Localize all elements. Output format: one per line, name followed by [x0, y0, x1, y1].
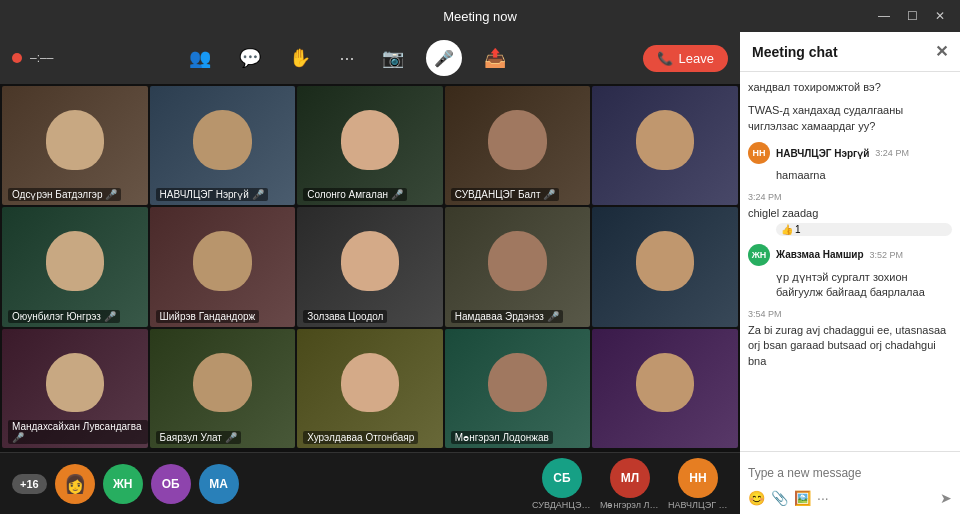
named-avatar[interactable]: СБ	[542, 458, 582, 498]
named-avatar-wrap: СБСУВДАНЦЭГ Балт	[532, 458, 592, 510]
phone-icon: 📞	[657, 51, 673, 66]
recording-indicator	[12, 53, 22, 63]
camera-off-icon[interactable]: 📷	[376, 43, 410, 73]
raise-hand-icon[interactable]: ✋	[283, 43, 317, 73]
named-avatar-wrap: НННАВЧЛЦЭГ Нэргүй	[668, 458, 728, 510]
chat-header: Meeting chat ✕	[740, 32, 960, 72]
participant-name: Оюунбилэг Юнгрэз 🎤	[8, 310, 120, 323]
maximize-button[interactable]: ☐	[904, 9, 920, 23]
participant-name: Намдавaa Эрдэнэз 🎤	[451, 310, 563, 323]
message-text: Za bi zurag avj chadaggui ee, utasnasaa …	[748, 323, 952, 369]
send-button[interactable]: ➤	[940, 490, 952, 506]
video-cell: Хурэлдавaa Отгонбаяр	[297, 329, 443, 448]
participant-name: СУВДАНЦЭГ Балт 🎤	[451, 188, 559, 201]
people-icon[interactable]: 👥	[183, 43, 217, 73]
close-button[interactable]: ✕	[932, 9, 948, 23]
window-controls: — ☐ ✕	[876, 9, 948, 23]
participant-name: Солонго Амгалан 🎤	[303, 188, 407, 201]
meeting-toolbar: –:–– 👥 💬 ✋ ··· 📷 🎤 📤 📞 Leave	[0, 32, 740, 84]
chat-title: Meeting chat	[752, 44, 838, 60]
video-cell: Мөнгэрэл Лодонжав	[445, 329, 591, 448]
chat-input-area: 😊 📎 🖼️ ··· ➤	[740, 451, 960, 514]
avatar-label: Мөнгэрэл Лодонжав	[600, 500, 660, 510]
main-content: –:–– 👥 💬 ✋ ··· 📷 🎤 📤 📞 Leave Одсүрэн Бат…	[0, 32, 960, 514]
chat-icon[interactable]: 💬	[233, 43, 267, 73]
video-cell: Одсүрэн Батдэлгэр 🎤	[2, 86, 148, 205]
chat-input[interactable]	[748, 460, 952, 486]
message-group: 3:54 PM Za bi zurag avj chadaggui ee, ut…	[748, 309, 952, 369]
participant-name: Золзава Цоодол	[303, 310, 387, 323]
message-avatar: НН	[748, 142, 770, 164]
toolbar-right: 📞 Leave	[643, 45, 728, 72]
more-tools-icon[interactable]: ···	[817, 490, 829, 506]
video-cell: Оюунбилэг Юнгрэз 🎤	[2, 207, 148, 326]
participant-name: Хурэлдавaa Отгонбаяр	[303, 431, 418, 444]
participant-name: Шийрэв Гандандорж	[156, 310, 260, 323]
message-text: TWAS-д хандахад судалгааны чиглэлзас хам…	[748, 103, 952, 134]
message-text: hamaarna	[748, 168, 952, 183]
recording-time: –:––	[30, 51, 53, 65]
message-group: TWAS-д хандахад судалгааны чиглэлзас хам…	[748, 103, 952, 134]
window-title: Meeting now	[443, 9, 517, 24]
extra-participants-count[interactable]: +16	[12, 474, 47, 494]
toolbar-left: –:––	[12, 51, 53, 65]
message-meta: 3:24 PM	[748, 192, 952, 202]
avatar[interactable]: 👩	[55, 464, 95, 504]
video-cell: Солонго Амгалан 🎤	[297, 86, 443, 205]
avatar-wrap: 👩	[55, 464, 95, 504]
message-time: 3:54 PM	[748, 309, 782, 319]
avatar[interactable]: ОБ	[151, 464, 191, 504]
video-cell: СУВДАНЦЭГ Балт 🎤	[445, 86, 591, 205]
message-time: 3:24 PM	[748, 192, 782, 202]
title-bar: Meeting now — ☐ ✕	[0, 0, 960, 32]
share-icon[interactable]: 📤	[478, 43, 512, 73]
message-meta: НН НАВЧЛЦЭГ Нэргүй 3:24 PM	[748, 142, 952, 164]
message-reaction: 👍 1	[776, 223, 952, 236]
avatar-wrap: ОБ	[151, 464, 191, 504]
participant-name: Мандахсайхан Лувсандагва 🎤	[8, 420, 148, 444]
avatar[interactable]: МА	[199, 464, 239, 504]
attach-icon[interactable]: 📎	[771, 490, 788, 506]
message-group: НН НАВЧЛЦЭГ Нэргүй 3:24 PM hamaarna	[748, 142, 952, 183]
video-cell: Шийрэв Гандандорж	[150, 207, 296, 326]
video-grid: Одсүрэн Батдэлгэр 🎤НАВЧЛЦЭГ Нэргүй 🎤Соло…	[0, 84, 740, 452]
chat-close-button[interactable]: ✕	[935, 42, 948, 61]
participant-name: Одсүрэн Батдэлгэр 🎤	[8, 188, 121, 201]
named-avatar[interactable]: НН	[678, 458, 718, 498]
avatar[interactable]: ЖН	[103, 464, 143, 504]
participant-name: Баярзул Улат 🎤	[156, 431, 241, 444]
message-time: 3:24 PM	[875, 148, 909, 158]
avatar-label: НАВЧЛЦЭГ Нэргүй	[668, 500, 728, 510]
chat-messages: хандвал тохиромжтой вэ?TWAS-д хандахад с…	[740, 72, 960, 451]
video-cell: Мандахсайхан Лувсандагва 🎤	[2, 329, 148, 448]
bottom-bar: +16👩ЖНОБМАСБСУВДАНЦЭГ БалтМЛМөнгэрэл Лод…	[0, 452, 740, 514]
video-cell	[592, 329, 738, 448]
video-cell: Золзава Цоодол	[297, 207, 443, 326]
message-time: 3:52 PM	[870, 250, 904, 260]
message-meta: ЖН Жавзмаа Намшир 3:52 PM	[748, 244, 952, 266]
chat-panel: Meeting chat ✕ хандвал тохиромжтой вэ?TW…	[740, 32, 960, 514]
message-meta: 3:54 PM	[748, 309, 952, 319]
message-group: хандвал тохиромжтой вэ?	[748, 80, 952, 95]
message-group: ЖН Жавзмаа Намшир 3:52 PM үр дүнтэй сург…	[748, 244, 952, 301]
message-sender: НАВЧЛЦЭГ Нэргүй	[776, 148, 869, 159]
toolbar-center: 👥 💬 ✋ ··· 📷 🎤 📤	[61, 40, 634, 76]
video-cell: Намдавaa Эрдэнэз 🎤	[445, 207, 591, 326]
video-cell: НАВЧЛЦЭГ Нэргүй 🎤	[150, 86, 296, 205]
video-cell	[592, 86, 738, 205]
avatar-wrap: ЖН	[103, 464, 143, 504]
mic-button[interactable]: 🎤	[426, 40, 462, 76]
chat-tools: 😊 📎 🖼️ ··· ➤	[748, 490, 952, 506]
participant-name: НАВЧЛЦЭГ Нэргүй 🎤	[156, 188, 268, 201]
more-options-icon[interactable]: ···	[333, 44, 360, 73]
leave-button[interactable]: 📞 Leave	[643, 45, 728, 72]
leave-label: Leave	[679, 51, 714, 66]
message-text: үр дүнтэй сургалт зохион байгуулж байгаа…	[748, 270, 952, 301]
minimize-button[interactable]: —	[876, 9, 892, 23]
named-avatar[interactable]: МЛ	[610, 458, 650, 498]
video-cell: Баярзул Улат 🎤	[150, 329, 296, 448]
image-icon[interactable]: 🖼️	[794, 490, 811, 506]
participant-name: Мөнгэрэл Лодонжав	[451, 431, 553, 444]
message-group: 3:24 PM chiglel zaadag 👍 1	[748, 192, 952, 236]
emoji-icon[interactable]: 😊	[748, 490, 765, 506]
